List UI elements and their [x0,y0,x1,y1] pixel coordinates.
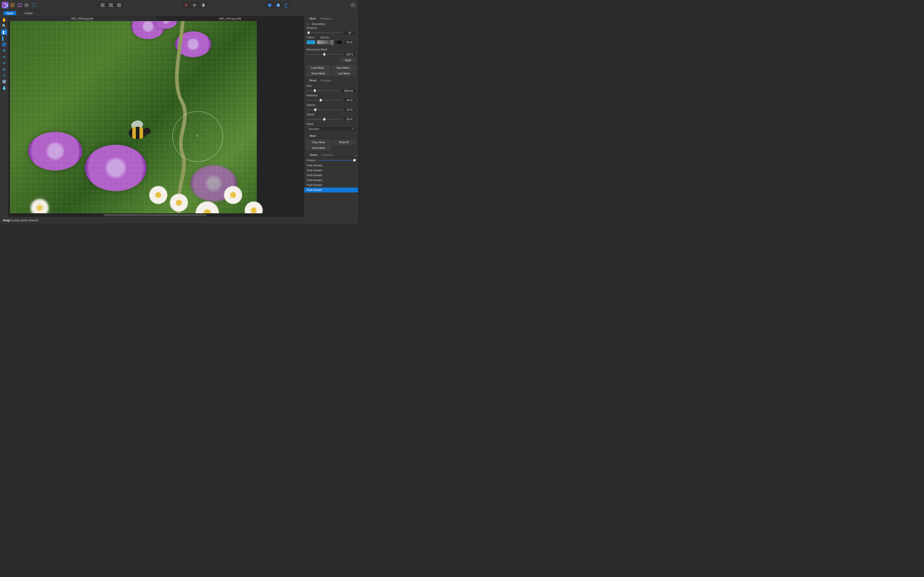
cancel-button[interactable]: Cancel [21,11,36,15]
brush-opacity-label: Opacity [307,103,315,106]
thaw-tool[interactable]: 💧 [1,85,7,91]
history-item[interactable]: Push forward [304,173,358,178]
brush-opacity-slider[interactable] [307,108,342,111]
turbulence-tool[interactable]: ✳ [1,60,7,66]
push-left-tool[interactable]: ▌. [1,35,7,41]
share-icon[interactable] [31,2,38,8]
pinch-tool[interactable]: ✥ [1,48,7,53]
last-mesh-button[interactable]: Last Mesh [332,71,356,76]
mask-solid-icon[interactable] [191,2,199,8]
clear-mask-button[interactable]: Clear Mask [307,140,331,145]
hardness-label: Hardness [307,94,318,97]
chevron-updown-icon: ⇅ [352,127,354,130]
right-studio: ⋮⋮Mesh Histogram ✓ Show Mesh Divisions 1… [304,16,358,224]
divisions-slider[interactable] [307,31,342,34]
main-toolbar [0,0,358,10]
grid-reset-icon[interactable] [115,2,123,8]
tab-brush[interactable]: ⋮⋮Brush [305,78,318,83]
document-tab[interactable]: IMG_2050.jpeg [M] [8,16,156,21]
tab-history[interactable]: ⋮⋮History [305,153,320,157]
image-content [149,186,167,204]
panel-menu-icon[interactable]: ≡ [354,154,358,157]
context-toolbar: Apply Cancel [0,10,358,16]
account-icon[interactable] [349,2,357,8]
mesh-opacity-slider[interactable] [317,40,342,44]
divisions-label: Divisions [307,27,317,29]
history-position-slider[interactable] [318,159,356,162]
status-hint-text: to push pixels forward. [10,219,39,222]
document-image[interactable] [10,21,257,217]
mask-all-button[interactable]: Mask All [332,140,356,145]
invert-mask-button[interactable]: Invert Mask [307,145,331,150]
brush-panel-tabs: ⋮⋮Brush Navigator [304,78,358,83]
speed-slider[interactable] [307,118,342,121]
push-forward-tool[interactable]: ◧ [1,29,7,35]
mesh-opacity-field[interactable]: 50 % [343,40,356,45]
grid-grow-icon[interactable] [107,2,115,8]
ramp-select[interactable]: Gaussian⇅ [307,126,356,131]
tab-mesh[interactable]: ⋮⋮Mesh [305,16,318,21]
check-icon: ✓ [307,23,309,26]
apply-button[interactable]: Apply [3,11,16,15]
status-hint-bold: Drag [3,219,10,222]
load-mesh-button[interactable]: Load Mesh... [307,65,331,70]
mesh-colour-well[interactable] [307,40,315,44]
canvas-viewport[interactable] [8,21,304,217]
scrollbar-thumb[interactable] [103,214,207,216]
document-tab[interactable]: IMG_1348.jpeg [M] [156,16,304,21]
mask-panel-tabs: ⋮⋮Mask [304,133,358,138]
image-content [85,145,147,191]
zoom-tool[interactable]: 🔍 [1,23,7,29]
reconstruct-apply-button[interactable]: Apply [340,58,356,62]
freeze-tool[interactable]: ❄️ [1,79,7,84]
view-mirror-icon[interactable] [282,2,291,8]
status-bar: Drag to push pixels forward. [0,217,304,224]
brush-panel: Size 1024 px Hardness 40 % Opacity 25 % … [304,83,358,133]
develop-persona-icon[interactable] [9,2,16,8]
tab-mask[interactable]: ⋮⋮Mask [305,134,318,138]
tools-panel: ✋🔍◧▌.🌀✥✦✳⊕↺❄️💧 [0,16,8,217]
hardness-field[interactable]: 40 % [343,98,356,103]
image-content [170,194,188,212]
reset-mesh-button[interactable]: Reset Mesh [307,71,331,76]
history-item[interactable]: Push forward [304,168,358,173]
history-position-label: Position: [307,159,316,162]
history-item[interactable]: Push forward [304,163,358,168]
history-item[interactable]: Push forward [304,178,358,183]
twirl-tool[interactable]: 🌀 [1,42,7,47]
view-original-icon[interactable] [266,2,274,8]
punch-tool[interactable]: ✦ [1,54,7,60]
tonemap-persona-icon[interactable] [16,2,23,8]
reconstruct-label: Reconstruct Mesh [307,48,328,51]
save-mesh-button[interactable]: Save Mesh... [332,65,356,70]
history-panel: Position: Push forwardPush forwardPush f… [304,157,358,192]
history-item[interactable]: Push forward [304,183,358,187]
mesh-clone-tool[interactable]: ⊕ [1,66,7,72]
tab-navigator[interactable]: Navigator [318,78,334,83]
brush-opacity-field[interactable]: 25 % [343,107,356,112]
mask-panel: Clear Mask Mask All Invert Mask [304,138,358,152]
view-split-icon[interactable] [274,2,282,8]
speed-field[interactable]: 50 % [343,117,356,122]
reconstruct-slider[interactable] [307,53,342,56]
horizontal-scrollbar[interactable] [8,213,304,217]
show-mesh-checkbox[interactable]: ✓ Show Mesh [307,23,356,26]
app-logo[interactable] [2,2,9,8]
hand-tool[interactable]: ✋ [1,17,7,23]
image-content [28,132,82,171]
mask-half-icon[interactable] [199,2,207,8]
history-item[interactable]: Push forward [304,187,358,192]
reconstruct-tool[interactable]: ↺ [1,73,7,78]
document-tab-bar: IMG_2050.jpeg [M]IMG_1348.jpeg [M] [8,16,304,21]
clear-selection-icon[interactable] [182,2,191,8]
divisions-field[interactable]: 10 [343,31,356,35]
reconstruct-field[interactable]: 100 % [343,52,356,56]
tab-channels[interactable]: Channels [320,153,334,157]
mirror-icon[interactable] [23,2,31,8]
size-slider[interactable] [307,89,340,92]
tab-histogram[interactable]: Histogram [318,16,334,21]
grid-shrink-icon[interactable] [99,2,107,8]
size-field[interactable]: 1024 px [341,89,356,93]
speed-label: Speed [307,113,314,116]
hardness-slider[interactable] [307,98,342,102]
